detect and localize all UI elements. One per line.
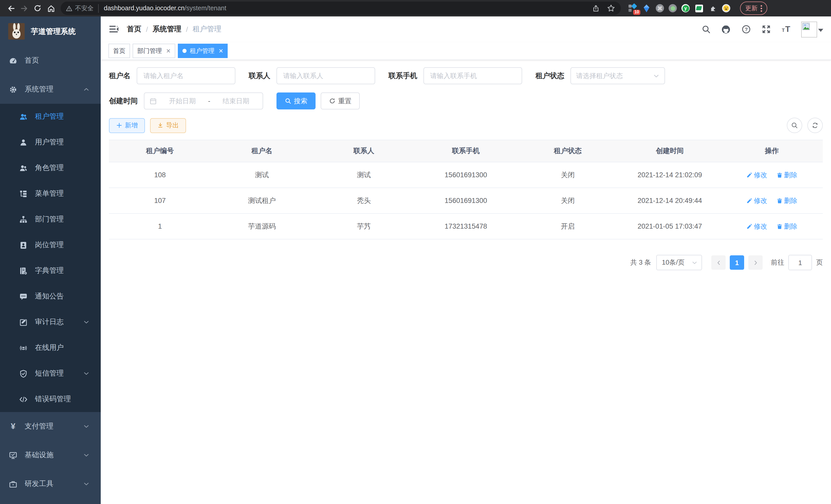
security-indicator[interactable]: 不安全	[66, 4, 99, 12]
next-page-button[interactable]	[748, 255, 763, 270]
col-tenant-id: 租户编号	[109, 140, 211, 162]
chevron-up-icon	[83, 86, 89, 92]
tenant-table: 租户编号 租户名 联系人 联系手机 租户状态 创建时间 操作 108 测试	[109, 140, 823, 239]
header-search-button[interactable]	[701, 24, 711, 34]
mobile-input[interactable]	[424, 67, 522, 84]
sidebar-item-user[interactable]: 用户管理	[0, 129, 101, 155]
sidebar-item-online[interactable]: 在线用户	[0, 335, 101, 361]
trash-icon	[776, 172, 782, 178]
page-size-select[interactable]: 10条/页	[656, 255, 702, 270]
sidebar-item-system[interactable]: 系统管理	[0, 75, 101, 104]
edit-icon	[746, 223, 752, 229]
browser-update-button[interactable]: 更新	[740, 2, 767, 15]
sidebar-item-sms[interactable]: 短信管理	[0, 361, 101, 386]
sidebar-item-pay[interactable]: ¥ 支付管理	[0, 412, 101, 441]
tab-tenant[interactable]: 租户管理 ✕	[178, 44, 228, 58]
chevron-down-icon	[83, 319, 89, 325]
goto-page-input[interactable]	[789, 255, 812, 270]
mobile-label: 联系手机	[389, 71, 417, 80]
delete-link[interactable]: 删除	[776, 222, 797, 231]
ext-emoji-icon[interactable]	[722, 4, 730, 12]
table-header-row: 租户编号 租户名 联系人 联系手机 租户状态 创建时间 操作	[109, 140, 823, 162]
browser-home-button[interactable]	[44, 2, 58, 15]
start-date-placeholder: 开始日期	[161, 96, 204, 106]
avatar-broken-image	[801, 21, 817, 37]
prev-page-button[interactable]	[711, 255, 726, 270]
browser-toolbar: 不安全 dashboard.yudao.iocoder.cn/system/te…	[0, 0, 831, 17]
sidebar-item-home[interactable]: 首页	[0, 46, 101, 75]
sidebar-item-devtools[interactable]: 研发工具	[0, 470, 101, 498]
chevron-down-icon	[692, 260, 697, 265]
col-status: 租户状态	[517, 140, 619, 162]
tenant-name-input[interactable]	[137, 67, 235, 84]
dict-icon	[19, 266, 28, 275]
github-button[interactable]	[721, 24, 731, 34]
table-row: 1 芋道源码 芋艿 17321315478 开启 2021-01-05 17:0…	[109, 213, 823, 239]
export-button[interactable]: 导出	[150, 118, 186, 133]
font-size-button[interactable]: TT	[781, 24, 791, 34]
refresh-table-button[interactable]	[807, 118, 823, 133]
browser-menu-icon[interactable]	[761, 5, 762, 11]
fullscreen-button[interactable]	[761, 24, 771, 34]
sidebar-menu: 首页 系统管理 租户管理 用户管理	[0, 46, 101, 504]
date-range-picker[interactable]: 开始日期 - 结束日期	[144, 92, 263, 110]
sidebar-item-dept[interactable]: 部门管理	[0, 207, 101, 232]
ext-puzzle-icon[interactable]	[708, 4, 717, 13]
add-button[interactable]: 新增	[109, 118, 145, 133]
system-submenu: 租户管理 用户管理 角色管理 菜单管理	[0, 104, 101, 412]
sidebar-item-audit[interactable]: 审计日志	[0, 309, 101, 335]
ext-cmd-icon[interactable]: ⌘	[656, 4, 664, 12]
delete-link[interactable]: 删除	[776, 196, 797, 205]
bookmark-button[interactable]	[606, 3, 616, 13]
close-icon[interactable]: ✕	[166, 48, 171, 54]
hide-search-button[interactable]	[787, 118, 802, 133]
contact-input[interactable]	[277, 67, 375, 84]
help-button[interactable]: ?	[741, 24, 751, 34]
sidebar-item-errcode[interactable]: 错误码管理	[0, 386, 101, 412]
badge-icon	[19, 241, 28, 249]
delete-link[interactable]: 删除	[776, 170, 797, 180]
edit-link[interactable]: 修改	[746, 222, 767, 231]
address-bar[interactable]: 不安全 dashboard.yudao.iocoder.cn/system/te…	[61, 2, 621, 15]
reset-button[interactable]: 重置	[321, 92, 360, 110]
search-button[interactable]: 搜索	[277, 92, 316, 110]
online-users-icon	[19, 344, 28, 352]
end-date-placeholder: 结束日期	[214, 96, 257, 106]
sidebar-item-role[interactable]: 角色管理	[0, 155, 101, 181]
sidebar-item-notice[interactable]: 通知公告	[0, 284, 101, 309]
refresh-icon	[329, 98, 336, 104]
ext-dot-icon[interactable]	[668, 4, 677, 12]
ext-kite-icon[interactable]	[642, 4, 651, 13]
sidebar-item-label: 岗位管理	[35, 240, 93, 250]
sidebar-item-infra[interactable]: 基础设施	[0, 441, 101, 470]
sidebar-item-dict[interactable]: 字典管理	[0, 258, 101, 284]
ext-y-icon[interactable]: y	[682, 4, 690, 12]
tab-dept[interactable]: 部门管理 ✕	[133, 44, 175, 58]
security-label: 不安全	[75, 4, 93, 12]
code-icon	[19, 395, 28, 404]
status-select[interactable]: 请选择租户状态	[570, 67, 665, 84]
sidebar-item-label: 菜单管理	[35, 189, 93, 198]
share-button[interactable]	[591, 3, 601, 13]
chevron-down-icon	[653, 73, 659, 79]
edit-link[interactable]: 修改	[746, 170, 767, 180]
browser-back-button[interactable]	[4, 2, 18, 15]
user-avatar[interactable]	[801, 21, 823, 37]
breadcrumb-system[interactable]: 系统管理	[153, 25, 181, 34]
edit-link[interactable]: 修改	[746, 196, 767, 205]
star-icon	[607, 4, 615, 12]
sidebar-toggle-button[interactable]	[109, 24, 119, 34]
ext-grid-icon[interactable]: 10	[628, 4, 637, 13]
sidebar-item-tenant[interactable]: 租户管理	[0, 104, 101, 129]
sidebar-item-menu[interactable]: 菜单管理	[0, 181, 101, 207]
menu-tree-icon	[19, 189, 28, 198]
sidebar-logo[interactable]: 芋道管理系统	[0, 17, 101, 46]
breadcrumb-home[interactable]: 首页	[127, 25, 141, 34]
ext-chat-icon[interactable]	[694, 4, 704, 13]
page-number-1[interactable]: 1	[730, 255, 744, 270]
close-icon[interactable]: ✕	[219, 48, 223, 54]
browser-forward-button[interactable]	[18, 2, 31, 15]
sidebar-item-post[interactable]: 岗位管理	[0, 232, 101, 258]
browser-reload-button[interactable]	[31, 2, 44, 15]
tab-home[interactable]: 首页	[109, 44, 130, 58]
